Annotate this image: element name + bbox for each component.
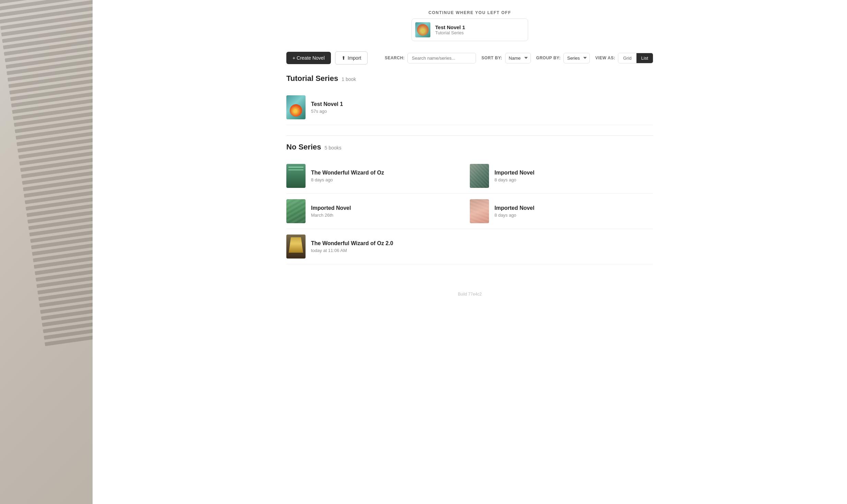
build-info: Build 77e4c2 <box>93 285 847 303</box>
section-tutorial-series: Tutorial Series 1 book Test Novel 1 57s … <box>286 74 653 125</box>
novel-info-wizard-oz: The Wonderful Wizard of Oz 8 days ago <box>311 170 470 182</box>
novel-info-wizard-oz-2: The Wonderful Wizard of Oz 2.0 today at … <box>311 240 653 253</box>
novel-item-imported-2[interactable]: Imported Novel March 26th <box>286 194 470 229</box>
novel-date-imported-3: 8 days ago <box>494 213 653 218</box>
novel-item-test-novel-1[interactable]: Test Novel 1 57s ago <box>286 90 653 125</box>
novel-info-imported-2: Imported Novel March 26th <box>311 205 470 218</box>
section-title-tutorial: Tutorial Series <box>286 74 338 83</box>
grid-view-button[interactable]: Grid <box>618 53 636 63</box>
sort-group: SORT BY: Name Date <box>481 53 530 63</box>
novel-thumb-imported-2 <box>286 199 306 223</box>
novel-date-wizard-oz-2: today at 11:06 AM <box>311 248 653 253</box>
continue-label: CONTINUE WHERE YOU LEFT OFF <box>286 10 653 15</box>
search-group: SEARCH: <box>385 53 476 63</box>
continue-info: Test Novel 1 Tutorial Series <box>435 24 465 35</box>
list-view-button[interactable]: List <box>636 53 653 63</box>
sort-dropdown[interactable]: Name Date <box>505 53 531 63</box>
search-input[interactable] <box>407 53 476 63</box>
novel-thumb-wizard-oz <box>286 164 306 188</box>
search-label: SEARCH: <box>385 56 405 60</box>
novel-name-imported-3: Imported Novel <box>494 205 653 211</box>
section-no-series: No Series 5 books The Wonderful Wizard o… <box>286 143 653 264</box>
novel-name-imported-1: Imported Novel <box>494 170 653 176</box>
view-group: VIEW AS: Grid List <box>595 53 653 63</box>
novel-date-imported-1: 8 days ago <box>494 177 653 182</box>
novel-name-wizard-oz: The Wonderful Wizard of Oz <box>311 170 470 176</box>
tutorial-series-list: Test Novel 1 57s ago <box>286 90 653 125</box>
continue-thumb <box>415 22 430 37</box>
section-header-no-series: No Series 5 books <box>286 143 653 152</box>
toolbar: + Create Novel ⬆ Import SEARCH: SORT BY:… <box>286 51 653 64</box>
novel-date-test-novel-1: 57s ago <box>311 109 653 114</box>
continue-novel-series: Tutorial Series <box>435 30 465 35</box>
create-novel-button[interactable]: + Create Novel <box>286 52 331 64</box>
section-count-no-series: 5 books <box>325 145 342 151</box>
novel-thumb-imported-3 <box>470 199 489 223</box>
novel-date-wizard-oz: 8 days ago <box>311 177 470 182</box>
novel-item-wizard-oz[interactable]: The Wonderful Wizard of Oz 8 days ago <box>286 158 470 194</box>
novel-info-imported-1: Imported Novel 8 days ago <box>494 170 653 182</box>
main-content: CONTINUE WHERE YOU LEFT OFF Test Novel 1… <box>93 0 847 504</box>
import-button[interactable]: ⬆ Import <box>335 51 368 64</box>
novel-date-imported-2: March 26th <box>311 213 470 218</box>
continue-banner: CONTINUE WHERE YOU LEFT OFF Test Novel 1… <box>286 10 653 41</box>
sort-label: SORT BY: <box>481 56 502 60</box>
novel-name-test-novel-1: Test Novel 1 <box>311 101 653 107</box>
novel-item-wizard-oz-2[interactable]: The Wonderful Wizard of Oz 2.0 today at … <box>286 229 653 264</box>
novel-thumb-imported-1 <box>470 164 489 188</box>
novel-thumb-wizard-oz-2 <box>286 235 306 259</box>
group-group: GROUP BY: Series None <box>536 53 590 63</box>
novel-item-imported-1[interactable]: Imported Novel 8 days ago <box>470 158 653 194</box>
no-series-list: The Wonderful Wizard of Oz 8 days ago Im… <box>286 158 653 264</box>
import-label: Import <box>348 55 361 61</box>
build-text: Build 77e4c2 <box>458 292 481 297</box>
continue-novel-title: Test Novel 1 <box>435 24 465 30</box>
novel-thumb-test-novel-1 <box>286 95 306 119</box>
novel-name-wizard-oz-2: The Wonderful Wizard of Oz 2.0 <box>311 240 653 247</box>
toolbar-right: SEARCH: SORT BY: Name Date GROUP BY: <box>385 53 653 63</box>
novel-name-imported-2: Imported Novel <box>311 205 470 211</box>
section-divider <box>286 135 653 136</box>
novel-item-imported-3[interactable]: Imported Novel 8 days ago <box>470 194 653 229</box>
group-dropdown[interactable]: Series None <box>563 53 590 63</box>
novel-info-imported-3: Imported Novel 8 days ago <box>494 205 653 218</box>
section-title-no-series: No Series <box>286 143 321 152</box>
import-icon: ⬆ <box>342 55 346 61</box>
novel-info-test-novel-1: Test Novel 1 57s ago <box>311 101 653 114</box>
continue-card[interactable]: Test Novel 1 Tutorial Series <box>411 19 528 41</box>
group-label: GROUP BY: <box>536 56 561 60</box>
section-count-tutorial: 1 book <box>342 76 356 82</box>
view-toggle: Grid List <box>618 53 653 63</box>
view-label: VIEW AS: <box>595 56 615 60</box>
section-header-tutorial: Tutorial Series 1 book <box>286 74 653 83</box>
